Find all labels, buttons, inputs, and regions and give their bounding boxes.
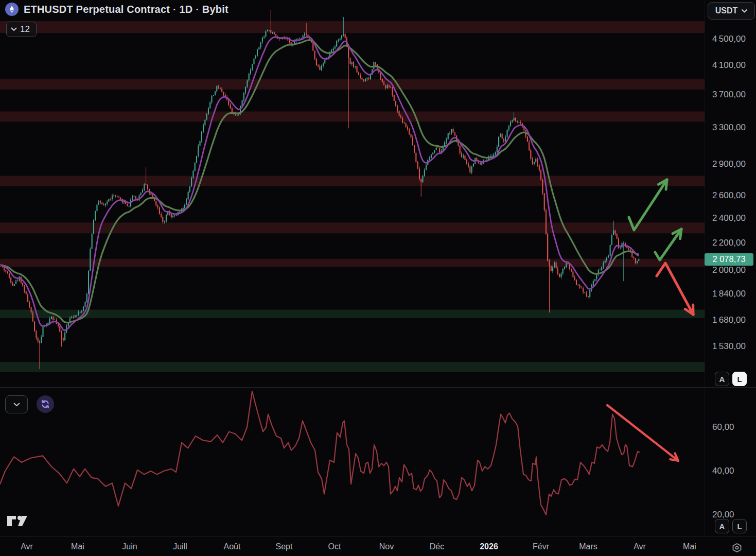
time-tick-label: 2026 — [480, 542, 498, 551]
indicator-refresh-button[interactable] — [37, 395, 54, 413]
price-pane[interactable] — [0, 10, 705, 372]
time-tick-label: Mai — [683, 542, 696, 551]
time-tick-label: Oct — [328, 542, 341, 551]
time-axis-separator — [0, 536, 756, 536]
resistance-zone[interactable] — [0, 21, 705, 33]
current-price-badge: 2 078,73 — [705, 253, 753, 266]
price-tick-label: 2 000,00 — [712, 265, 746, 275]
chart-window: ETHUSDT Perpetual Contract · 1D · Bybit … — [0, 0, 756, 556]
price-tick-label: 1 530,00 — [712, 341, 746, 352]
price-tick-label: 4 100,00 — [712, 60, 746, 71]
price-tick-label: 2 200,00 — [712, 238, 746, 248]
hexagon-gear-icon — [731, 542, 743, 554]
time-tick-label: Nov — [379, 542, 394, 551]
price-tick-label: 3 700,00 — [712, 90, 746, 100]
indicator-tick-label: 40,00 — [712, 466, 734, 476]
bullish-trend-arrow[interactable] — [655, 229, 681, 260]
time-tick-label: Mars — [579, 542, 597, 551]
tradingview-logo[interactable] — [6, 514, 31, 531]
bearish-trend-arrow[interactable] — [657, 263, 693, 315]
ethereum-logo-icon — [5, 3, 19, 16]
oscillator-line — [0, 391, 640, 515]
time-tick-label: Juin — [122, 542, 137, 551]
price-auto-scale-button[interactable]: A — [715, 372, 729, 386]
indicator-tick-label: 20,00 — [712, 510, 734, 520]
price-tick-label: 1 840,00 — [712, 289, 746, 299]
price-tick-label: 2 600,00 — [712, 190, 746, 201]
time-tick-label: Déc — [430, 542, 444, 551]
resistance-zone[interactable] — [0, 222, 705, 233]
price-tick-label: 1 680,00 — [712, 315, 746, 325]
chevron-down-icon — [11, 27, 17, 31]
time-tick-label: Févr — [533, 542, 549, 551]
symbol-header: ETHUSDT Perpetual Contract · 1D · Bybit — [5, 3, 228, 16]
indicator-collapse-button[interactable] — [5, 395, 28, 413]
resistance-zone[interactable] — [0, 111, 705, 121]
chevron-down-icon — [742, 9, 747, 13]
time-tick-label: Avr — [634, 542, 646, 551]
chart-canvas[interactable] — [0, 0, 756, 556]
time-tick-label: Sept — [276, 542, 293, 551]
bullish-trend-arrow[interactable] — [629, 180, 667, 230]
price-tick-label: 2 900,00 — [712, 159, 746, 169]
price-tick-label: 3 300,00 — [712, 123, 746, 133]
chevron-down-icon — [13, 403, 20, 407]
price-log-scale-button[interactable]: L — [732, 372, 747, 386]
indicator-tick-label: 60,00 — [712, 422, 734, 432]
indicator-pane[interactable] — [0, 391, 678, 515]
currency-selector[interactable]: USDT — [708, 2, 755, 20]
bearish-indicator-arrow[interactable] — [607, 405, 678, 461]
price-tick-label: 4 500,00 — [712, 34, 746, 44]
time-tick-label: Mai — [71, 542, 84, 551]
time-tick-label: Juill — [173, 542, 187, 551]
resistance-zone[interactable] — [0, 176, 705, 186]
time-tick-label: Août — [224, 542, 241, 551]
support-zone[interactable] — [0, 362, 705, 372]
pane-separator[interactable] — [0, 387, 756, 388]
support-zone[interactable] — [0, 310, 705, 318]
currency-label: USDT — [715, 6, 738, 15]
price-axis-divider[interactable] — [705, 0, 705, 536]
indicator-log-scale-button[interactable]: L — [732, 519, 747, 533]
time-tick-label: Avr — [21, 542, 33, 551]
timezone-settings-button[interactable] — [731, 542, 743, 556]
interval-collapse-button[interactable]: 12 — [6, 22, 37, 37]
indicator-auto-scale-button[interactable]: A — [715, 519, 729, 533]
symbol-title[interactable]: ETHUSDT Perpetual Contract · 1D · Bybit — [24, 4, 228, 15]
resistance-zone[interactable] — [0, 259, 705, 267]
resistance-zone[interactable] — [0, 79, 705, 89]
sr-zones-layer — [0, 21, 705, 372]
interval-label: 12 — [20, 24, 30, 34]
refresh-icon — [40, 399, 50, 409]
price-tick-label: 2 400,00 — [712, 213, 746, 223]
